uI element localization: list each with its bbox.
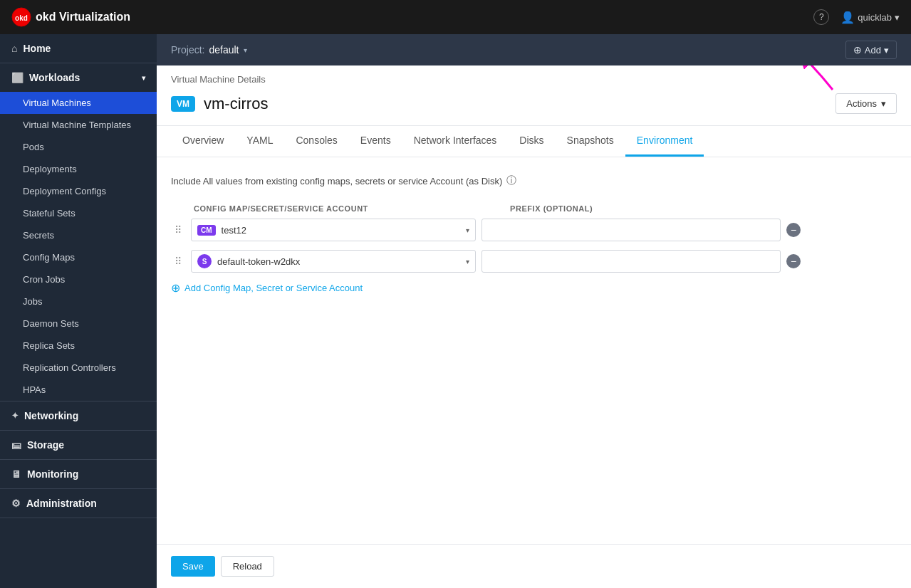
sidebar-section-networking: ✦ Networking (0, 401, 157, 431)
project-name: default (209, 44, 239, 56)
sidebar-item-stateful-sets[interactable]: Stateful Sets (0, 202, 157, 224)
sidebar-group-administration[interactable]: ⚙ Administration (0, 489, 157, 518)
tabs-bar: Overview YAML Consoles Events Network In… (157, 126, 911, 157)
project-chevron: ▾ (244, 46, 247, 54)
project-label: Project: (171, 44, 204, 56)
sidebar-section-workloads: ⬜ Workloads ▾ Virtual Machines Virtual M… (0, 63, 157, 401)
sidebar-item-replica-sets[interactable]: Replica Sets (0, 335, 157, 357)
sidebar-item-home[interactable]: ⌂ Home (0, 34, 157, 63)
monitoring-icon: 🖥 (11, 468, 21, 480)
tab-disks[interactable]: Disks (508, 126, 555, 157)
config-select-chevron-0: ▾ (466, 226, 469, 234)
add-button[interactable]: ⊕ Add ▾ (845, 41, 897, 59)
env-description: Include All values from existing config … (171, 174, 897, 187)
env-column-headers: CONFIG MAP/SECRET/SERVICE ACCOUNT PREFIX… (171, 204, 897, 213)
drag-handle-0[interactable]: ⠿ (171, 224, 185, 236)
sidebar-item-jobs[interactable]: Jobs (0, 290, 157, 313)
vm-detail-breadcrumb: Virtual Machine Details (157, 65, 911, 85)
vm-title-row: VM vm-cirros (171, 95, 268, 113)
sidebar-item-pods[interactable]: Pods (0, 136, 157, 158)
env-description-text: Include All values from existing config … (171, 176, 502, 187)
config-badge-cm-0: CM (197, 225, 216, 236)
env-row-0: ⠿ CM test12 ▾ − (171, 219, 897, 241)
add-config-icon: ⊕ (171, 281, 180, 295)
remove-btn-0[interactable]: − (786, 223, 801, 237)
tab-consoles[interactable]: Consoles (284, 126, 348, 157)
sidebar-item-replication-controllers[interactable]: Replication Controllers (0, 357, 157, 379)
col-header-config: CONFIG MAP/SECRET/SERVICE ACCOUNT (194, 204, 493, 213)
reload-button[interactable]: Reload (221, 556, 274, 577)
help-icon[interactable]: ? (813, 9, 829, 25)
remove-btn-1[interactable]: − (786, 254, 801, 268)
sidebar-group-monitoring[interactable]: 🖥 Monitoring (0, 460, 157, 488)
config-value-0: test12 (222, 225, 246, 236)
user-chevron: ▾ (895, 12, 900, 23)
add-circle-icon: ⊕ (853, 44, 862, 56)
config-value-1: default-token-w2dkx (217, 256, 300, 267)
bottom-bar: Save Reload (157, 544, 911, 588)
storage-label: Storage (27, 439, 64, 451)
col-header-prefix: PREFIX (OPTIONAL) (510, 204, 897, 213)
tab-environment[interactable]: Environment (625, 126, 704, 157)
add-config-label: Add Config Map, Secret or Service Accoun… (184, 283, 363, 293)
okd-logo-icon: okd (11, 7, 31, 27)
tab-yaml[interactable]: YAML (235, 126, 284, 157)
networking-label: Networking (24, 410, 78, 421)
config-select-0[interactable]: CM test12 ▾ (191, 219, 476, 241)
sidebar: ⌂ Home ⬜ Workloads ▾ Virtual Machines Vi… (0, 34, 157, 588)
config-select-chevron-1: ▾ (466, 258, 469, 266)
actions-button[interactable]: Actions ▾ (835, 93, 897, 114)
drag-handle-1[interactable]: ⠿ (171, 256, 185, 267)
save-button[interactable]: Save (171, 556, 215, 577)
prefix-input-1[interactable] (481, 250, 781, 273)
user-icon: 👤 (840, 11, 855, 24)
env-row-1: ⠿ S default-token-w2dkx ▾ − (171, 250, 897, 273)
tab-events[interactable]: Events (349, 126, 402, 157)
add-config-link[interactable]: ⊕ Add Config Map, Secret or Service Acco… (171, 281, 897, 295)
networking-icon: ✦ (11, 411, 19, 421)
tab-overview[interactable]: Overview (171, 126, 235, 157)
add-chevron: ▾ (884, 45, 889, 56)
sidebar-group-networking[interactable]: ✦ Networking (0, 401, 157, 430)
info-icon: ⓘ (506, 174, 516, 187)
vm-badge: VM (171, 96, 195, 112)
home-label: Home (23, 43, 51, 54)
actions-label: Actions (846, 98, 877, 109)
sidebar-item-hpas[interactable]: HPAs (0, 379, 157, 401)
environment-panel: Include All values from existing config … (157, 157, 911, 312)
administration-icon: ⚙ (11, 498, 21, 509)
sidebar-item-config-maps[interactable]: Config Maps (0, 246, 157, 268)
monitoring-label: Monitoring (27, 468, 78, 480)
workloads-chevron: ▾ (142, 74, 145, 82)
sidebar-item-daemon-sets[interactable]: Daemon Sets (0, 313, 157, 335)
sidebar-section-home: ⌂ Home (0, 34, 157, 63)
brand-text: okd Virtualization (36, 11, 130, 23)
user-name: quicklab (858, 12, 892, 23)
vm-header: VM vm-cirros (157, 85, 911, 126)
tab-snapshots[interactable]: Snapshots (556, 126, 625, 157)
sidebar-section-monitoring: 🖥 Monitoring (0, 460, 157, 489)
user-menu[interactable]: 👤 quicklab ▾ (840, 11, 900, 24)
home-icon: ⌂ (11, 43, 17, 54)
sidebar-item-vm-templates[interactable]: Virtual Machine Templates (0, 114, 157, 136)
sidebar-item-deployments[interactable]: Deployments (0, 158, 157, 180)
storage-icon: 🖴 (11, 439, 21, 451)
workloads-items: Virtual Machines Virtual Machine Templat… (0, 92, 157, 401)
project-selector[interactable]: Project: default ▾ (171, 44, 247, 56)
prefix-input-0[interactable] (481, 219, 781, 241)
sidebar-item-cron-jobs[interactable]: Cron Jobs (0, 268, 157, 290)
workloads-label: Workloads (29, 72, 80, 83)
sidebar-group-storage[interactable]: 🖴 Storage (0, 431, 157, 459)
sidebar-section-administration: ⚙ Administration (0, 489, 157, 518)
add-label: Add (865, 45, 881, 56)
project-bar: Project: default ▾ ⊕ Add ▾ (157, 34, 911, 65)
sidebar-item-deployment-configs[interactable]: Deployment Configs (0, 180, 157, 202)
brand: okd okd Virtualization (11, 7, 130, 27)
svg-text:okd: okd (15, 14, 28, 22)
workloads-icon: ⬜ (11, 72, 24, 83)
sidebar-item-secrets[interactable]: Secrets (0, 224, 157, 246)
config-select-1[interactable]: S default-token-w2dkx ▾ (191, 250, 476, 273)
sidebar-item-virtual-machines[interactable]: Virtual Machines (0, 92, 157, 114)
tab-network-interfaces[interactable]: Network Interfaces (402, 126, 509, 157)
sidebar-group-workloads[interactable]: ⬜ Workloads ▾ (0, 63, 157, 92)
